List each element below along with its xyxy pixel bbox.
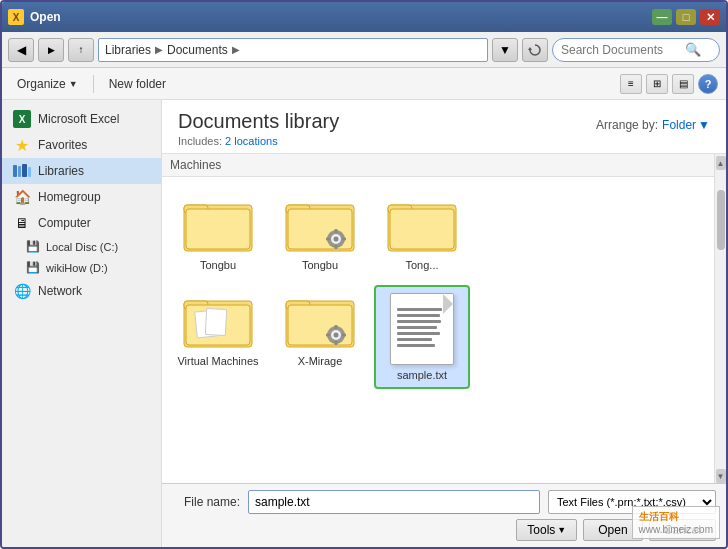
svg-rect-32 — [335, 325, 338, 329]
title-bar-controls: — □ ✕ — [652, 9, 720, 25]
bottom-bar: File name: Text Files (*.prn;*.txt;*.csv… — [162, 483, 726, 547]
folder-tong3[interactable]: Tong... — [374, 189, 470, 277]
arrange-by-value: Folder — [662, 118, 696, 132]
filetype-select[interactable]: Text Files (*.prn;*.txt;*.csv) — [548, 490, 716, 514]
arrange-by: Arrange by: Folder ▼ — [596, 118, 710, 132]
library-subtitle: Includes: 2 locations — [178, 135, 339, 147]
cancel-button[interactable]: Cancel — [649, 519, 716, 541]
address-dropdown-button[interactable]: ▼ — [492, 38, 518, 62]
txt-line-2 — [397, 314, 440, 317]
address-path[interactable]: Libraries ▶ Documents ▶ — [98, 38, 488, 62]
disc-icon-d: 💾 — [26, 261, 40, 274]
sidebar-item-network[interactable]: 🌐 Network — [2, 278, 161, 304]
toolbar-right: ≡ ⊞ ▤ ? — [620, 74, 718, 94]
organize-button[interactable]: Organize ▼ — [10, 74, 85, 94]
title-bar-icon: X — [8, 9, 24, 25]
svg-rect-20 — [390, 209, 454, 249]
sidebar-item-local-disc[interactable]: 💾 Local Disc (C:) — [2, 236, 161, 257]
svg-point-31 — [334, 333, 339, 338]
filename-row: File name: Text Files (*.prn;*.txt;*.csv… — [172, 490, 716, 514]
sidebar-item-libraries[interactable]: Libraries — [2, 158, 161, 184]
path-sep1: ▶ — [155, 44, 163, 55]
refresh-button[interactable] — [522, 38, 548, 62]
disc-icon-c: 💾 — [26, 240, 40, 253]
title-bar: X Open — □ ✕ — [2, 2, 726, 32]
view-details-button[interactable]: ⊞ — [646, 74, 668, 94]
scroll-up-button[interactable]: ▲ — [716, 156, 726, 170]
help-button[interactable]: ? — [698, 74, 718, 94]
title-bar-left: X Open — [8, 9, 61, 25]
filename-label: File name: — [172, 495, 240, 509]
library-icon-svg — [12, 163, 32, 179]
sidebar-label-libraries: Libraries — [38, 164, 84, 178]
folder-icon-virtual — [182, 291, 254, 351]
sidebar-label-network: Network — [38, 284, 82, 298]
close-button[interactable]: ✕ — [700, 9, 720, 25]
network-icon: 🌐 — [12, 283, 32, 299]
arrange-by-dropdown[interactable]: Folder ▼ — [662, 118, 710, 132]
locations-link[interactable]: 2 locations — [225, 135, 278, 147]
files-grid-row1: Tongbu — [162, 185, 714, 281]
address-bar: ◀ ▶ ↑ Libraries ▶ Documents ▶ ▼ 🔍 — [2, 32, 726, 68]
sidebar-item-homegroup[interactable]: 🏠 Homegroup — [2, 184, 161, 210]
up-button[interactable]: ↑ — [68, 38, 94, 62]
tools-label: Tools — [527, 523, 555, 537]
folder-tongbu2[interactable]: Tongbu — [272, 189, 368, 277]
svg-rect-2 — [18, 166, 21, 177]
svg-rect-34 — [326, 334, 330, 337]
txt-line-4 — [397, 326, 437, 329]
libraries-icon — [12, 163, 32, 179]
search-input[interactable] — [561, 43, 681, 57]
filename-input[interactable] — [248, 490, 540, 514]
folder-label-xmirage: X-Mirage — [298, 355, 343, 367]
folder-label-virtual: Virtual Machines — [177, 355, 258, 367]
sidebar-item-excel[interactable]: X Microsoft Excel — [2, 106, 161, 132]
svg-rect-7 — [186, 209, 250, 249]
svg-rect-4 — [28, 167, 31, 177]
maximize-button[interactable]: □ — [676, 9, 696, 25]
folder-icon-tongbu2 — [284, 195, 356, 255]
homegroup-icon: 🏠 — [12, 189, 32, 205]
search-box: 🔍 — [552, 38, 720, 62]
star-icon: ★ — [15, 136, 29, 155]
sidebar-item-favorites[interactable]: ★ Favorites — [2, 132, 161, 158]
computer-icon: 🖥 — [12, 215, 32, 231]
section-header: Machines — [162, 154, 714, 177]
sidebar-item-wikihow[interactable]: 💾 wikiHow (D:) — [2, 257, 161, 278]
toolbar: Organize ▼ New folder ≡ ⊞ ▤ ? — [2, 68, 726, 100]
content-area: Documents library Includes: 2 locations … — [162, 100, 726, 483]
back-button[interactable]: ◀ — [8, 38, 34, 62]
folder-x-mirage[interactable]: X-Mirage — [272, 285, 368, 389]
svg-rect-15 — [335, 245, 338, 249]
forward-button[interactable]: ▶ — [38, 38, 64, 62]
view-list-button[interactable]: ≡ — [620, 74, 642, 94]
sidebar-label-homegroup: Homegroup — [38, 190, 101, 204]
excel-icon-small: X — [13, 12, 20, 23]
arrange-by-label: Arrange by: — [596, 118, 658, 132]
library-title: Documents library — [178, 110, 339, 133]
open-button[interactable]: Open — [583, 519, 642, 541]
folder-label-tongbu2: Tongbu — [302, 259, 338, 271]
content-header: Documents library Includes: 2 locations … — [162, 100, 726, 154]
view-icons-button[interactable]: ▤ — [672, 74, 694, 94]
txt-file-icon — [390, 293, 454, 365]
scrollbar-thumb[interactable] — [717, 190, 725, 250]
sidebar: X Microsoft Excel ★ Favorites — [2, 100, 162, 547]
folder-virtual-machines[interactable]: Virtual Machines — [170, 285, 266, 389]
svg-rect-14 — [335, 229, 338, 233]
scroll-down-button[interactable]: ▼ — [716, 469, 726, 483]
svg-rect-3 — [22, 164, 27, 177]
txt-line-1 — [397, 308, 442, 311]
folder-tongbu1[interactable]: Tongbu — [170, 189, 266, 277]
favorites-icon: ★ — [12, 137, 32, 153]
refresh-icon — [528, 43, 542, 57]
txt-line-5 — [397, 332, 440, 335]
scrollbar[interactable]: ▲ ▼ — [714, 154, 726, 483]
minimize-button[interactable]: — — [652, 9, 672, 25]
file-sample-txt[interactable]: sample.txt — [374, 285, 470, 389]
files-grid-row2: Virtual Machines — [162, 281, 714, 397]
sidebar-item-computer[interactable]: 🖥 Computer — [2, 210, 161, 236]
svg-rect-1 — [13, 165, 17, 177]
new-folder-button[interactable]: New folder — [102, 74, 173, 94]
tools-button[interactable]: Tools ▼ — [516, 519, 577, 541]
